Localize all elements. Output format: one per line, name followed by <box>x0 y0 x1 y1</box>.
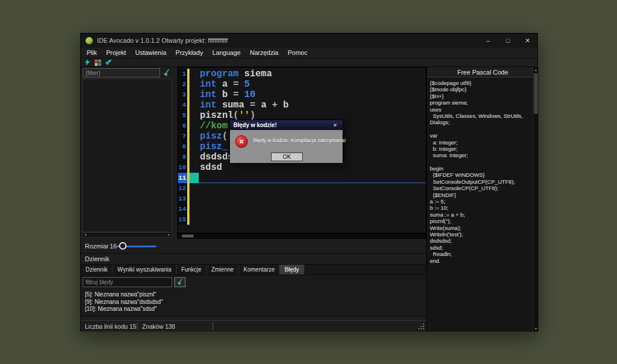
editor-line-13[interactable]: 13 <box>178 194 426 204</box>
project-tree[interactable] <box>82 79 172 232</box>
pascal-vertical-scrollbar[interactable]: ▴ ▾ <box>533 67 538 332</box>
app-logo-icon <box>86 37 93 44</box>
line-number: 13 <box>178 194 187 204</box>
tab-2[interactable]: Funkcje <box>177 265 207 274</box>
pascal-code-line: b: Integer; <box>430 146 531 152</box>
pascal-code-line <box>430 126 531 132</box>
line-number: 1 <box>178 69 187 79</box>
line-number: 15 <box>178 214 187 225</box>
tree-horizontal-scrollbar[interactable]: ◂ ▸ <box>82 232 172 237</box>
pascal-code-line: uses <box>430 106 531 113</box>
code-text <box>199 204 426 214</box>
editor-horizontal-scrollbar[interactable] <box>177 233 426 239</box>
clear-error-filter-button[interactable] <box>174 277 185 287</box>
pascal-code-line: dsdsdsd; <box>430 237 531 244</box>
close-button[interactable]: ✕ <box>518 34 537 47</box>
tree-filter-input[interactable] <box>83 68 160 77</box>
ok-button[interactable]: OK <box>271 153 303 161</box>
menu-item-3[interactable]: Przykłady <box>171 47 208 58</box>
menu-item-4[interactable]: Language <box>207 47 245 58</box>
current-line-marker <box>189 121 199 131</box>
menubar: PlikProjektUstawieniaPrzykładyLanguageNa… <box>81 47 537 58</box>
tab-1[interactable]: Wyniki wyszukiwania <box>113 265 176 274</box>
menu-item-0[interactable]: Plik <box>82 47 102 58</box>
menu-item-1[interactable]: Projekt <box>102 47 131 58</box>
tab-0[interactable]: Dziennik <box>81 265 113 274</box>
pascal-code-line: end. <box>430 258 531 264</box>
dialog-body: ✕ Błędy w kodzie. Kompilacja zatrzymana!… <box>230 130 343 163</box>
code-text: int suma = a + b <box>199 100 426 110</box>
error-item[interactable]: [9]: Nieznana nazwa"dsdsdsd" <box>85 299 424 306</box>
window-controls: – □ ✕ <box>478 34 537 47</box>
font-size-row: Rozmiar 16 <box>81 239 426 254</box>
code-text <box>199 183 426 194</box>
pascal-scroll-thumb[interactable] <box>534 73 538 114</box>
compile-icon[interactable] <box>84 59 91 66</box>
colors-icon[interactable] <box>95 60 101 66</box>
pascal-code-line: pisznl(''); <box>430 218 531 224</box>
tab-5[interactable]: Błędy <box>280 265 304 274</box>
error-item[interactable]: [5]: Nieznana nazwa"pisznl" <box>85 291 424 299</box>
pascal-panel: Free Pascal Code {$codepage utf8}{$mode … <box>426 67 538 332</box>
pascal-code-line: Writeln('test'); <box>430 231 531 237</box>
editor-line-10[interactable]: 10sdsd <box>178 162 426 173</box>
pascal-code-line: {$codepage utf8} <box>430 80 531 86</box>
line-number: 9 <box>178 152 187 162</box>
line-number: 5 <box>178 110 187 121</box>
code-text: sdsd <box>199 162 426 173</box>
pascal-code-line: a := 5; <box>430 198 531 205</box>
pascal-code-line: {$mode objfpc} <box>430 86 531 92</box>
scroll-up-icon[interactable]: ▴ <box>533 67 538 73</box>
scroll-right-icon[interactable]: ▸ <box>166 233 172 237</box>
status-char-count: Znaków 138 <box>137 323 213 330</box>
resize-grip[interactable] <box>418 324 425 330</box>
editor-line-11[interactable]: 11 <box>178 173 426 183</box>
error-filter-input[interactable] <box>83 277 172 287</box>
run-icon[interactable] <box>105 59 112 66</box>
pascal-panel-title: Free Pascal Code <box>427 67 538 77</box>
editor-line-2[interactable]: 2int a = 5 <box>178 79 426 90</box>
app-window: IDE Avocado v 1.0.1.2 Otwarty projekt: f… <box>80 33 538 331</box>
pascal-code-line: var <box>430 132 531 139</box>
editor-line-3[interactable]: 3int b = 10 <box>178 90 426 100</box>
tab-4[interactable]: Komentarze <box>239 265 280 274</box>
pascal-code-line: Write(suma); <box>430 225 531 231</box>
error-list: [5]: Nieznana nazwa"pisznl"[9]: Nieznana… <box>85 291 424 313</box>
scroll-down-icon[interactable]: ▾ <box>533 326 538 332</box>
dialog-title: Błędy w kodzie! <box>233 122 277 128</box>
minimize-button[interactable]: – <box>478 34 498 47</box>
editor-line-15[interactable]: 15 <box>178 214 426 225</box>
current-line-marker <box>189 90 199 100</box>
maximize-button[interactable]: □ <box>498 34 518 47</box>
scroll-left-icon[interactable]: ◂ <box>83 233 88 237</box>
tab-3[interactable]: Zmienne <box>207 265 239 274</box>
line-number: 3 <box>178 90 187 100</box>
pascal-code-line: Readln; <box>430 251 531 257</box>
line-number: 7 <box>178 131 187 142</box>
dialog-titlebar[interactable]: Błędy w kodzie! ✕ <box>230 120 343 130</box>
editor-line-1[interactable]: 1program siema <box>178 69 426 79</box>
clear-filter-icon[interactable] <box>162 68 172 77</box>
pascal-code-line: {$IFDEF WINDOWS} <box>430 172 531 178</box>
dialog-message: Błędy w kodzie. Kompilacja zatrzymana! <box>253 138 346 143</box>
pascal-code-line: b := 10; <box>430 205 531 211</box>
log-section-title: Dziennik <box>81 254 426 265</box>
line-number: 8 <box>178 142 187 152</box>
editor-line-12[interactable]: 12 <box>178 183 426 194</box>
pascal-code-line: begin <box>430 165 531 172</box>
menu-item-2[interactable]: Ustawienia <box>131 47 171 58</box>
editor-line-4[interactable]: 4int suma = a + b <box>178 100 426 110</box>
menu-item-5[interactable]: Narzędzia <box>245 47 283 58</box>
pascal-code-line: program siema; <box>430 99 531 106</box>
pascal-code-line: sdsd; <box>430 244 531 251</box>
font-size-slider-thumb[interactable] <box>119 242 127 250</box>
editor-line-14[interactable]: 14 <box>178 204 426 214</box>
code-text <box>199 194 426 204</box>
titlebar[interactable]: IDE Avocado v 1.0.1.2 Otwarty projekt: f… <box>81 34 537 47</box>
dialog-close-icon[interactable]: ✕ <box>331 122 339 128</box>
error-item[interactable]: [10]: Nieznana nazwa"sdsd" <box>85 306 424 313</box>
code-text <box>199 214 426 225</box>
editor-scroll-thumb[interactable] <box>182 235 194 237</box>
menu-item-6[interactable]: Pomoc <box>283 47 312 58</box>
line-number: 11 <box>178 173 187 183</box>
